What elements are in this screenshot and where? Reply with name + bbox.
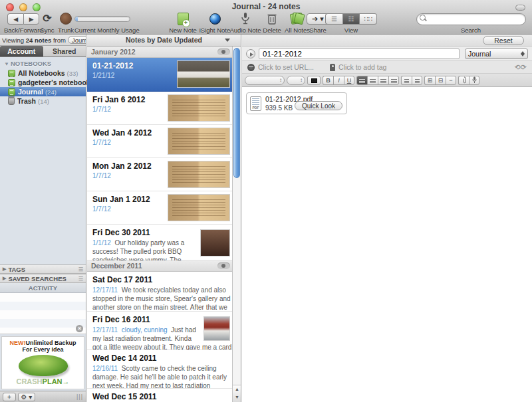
reset-button[interactable]: Reset <box>483 36 524 45</box>
note-thumbnail <box>168 161 230 188</box>
note-row-sun-jan-1[interactable]: Sun Jan 1 2012 1/7/12 <box>87 191 241 225</box>
forward-button[interactable]: ▶ <box>23 13 39 25</box>
back-forward-control: ◀▶ Back/Forward <box>4 12 43 34</box>
sidebar-spacer <box>0 106 86 264</box>
scrollbar-arrows[interactable]: ▲▼ <box>233 385 241 402</box>
note-thumbnail <box>168 94 230 122</box>
view-list-button[interactable]: ☰ <box>325 13 342 25</box>
notes-list-pane: Notes by Date Updated January 2012 01-21… <box>87 35 241 402</box>
usage-meter: Current Monthly Usage <box>74 12 153 34</box>
scrollbar-thumb[interactable] <box>233 48 240 178</box>
note-row-wed-jan-4[interactable]: Wed Jan 4 2012 1/7/12 <box>87 125 241 158</box>
gear-menu-button[interactable]: ⚙ ▾ <box>18 393 35 401</box>
note-disclosure-button[interactable] <box>246 49 255 58</box>
viewing-notebook-dropdown[interactable]: Journal <box>68 36 86 44</box>
viewing-prefix: Viewing <box>2 37 24 44</box>
ad-subline: For Every Idea <box>2 346 84 353</box>
sidebar-item-all-notebooks[interactable]: All Notebooks(33) <box>0 68 86 78</box>
search-input[interactable] <box>416 13 526 25</box>
add-tag-field[interactable]: Click to add tag <box>338 63 386 71</box>
note-thumbnail <box>177 60 230 88</box>
quick-look-button[interactable]: Quick Look <box>295 101 342 110</box>
ad-close-icon[interactable]: ✕ <box>76 325 83 332</box>
note-title-row: Journal <box>242 47 532 61</box>
window-title: Journal - 24 notes <box>0 2 532 11</box>
new-note-icon <box>178 13 189 25</box>
drag-handle-icon[interactable]: ☰ <box>78 266 83 272</box>
new-note-control[interactable]: New Note <box>168 12 198 34</box>
chevron-down-icon <box>225 39 230 42</box>
notes-sort-header[interactable]: Notes by Date Updated <box>87 35 241 47</box>
microphone-icon <box>241 13 249 25</box>
notebooks-section-header[interactable]: ▼NOTEBOOKS <box>0 57 86 68</box>
note-row-sat-dec-17[interactable]: Sat Dec 17 2011 12/17/11 We took recycla… <box>87 272 241 312</box>
group-header-january-2012: January 2012 <box>87 47 241 58</box>
notes-scrollbar[interactable]: ▲▼ <box>232 47 241 402</box>
notebook-select[interactable]: Journal <box>465 49 528 59</box>
note-row-fri-dec-16[interactable]: Fri Dec 16 2011 12/17/11 cloudy, cunning… <box>87 312 241 350</box>
note-row-fri-jan-6[interactable]: Fri Jan 6 2012 1/7/12 <box>87 92 241 125</box>
align-center-button[interactable] <box>367 76 378 85</box>
horizontal-rule-button[interactable]: − <box>446 76 456 85</box>
sidebar-item-journal[interactable]: Journal(24) <box>0 87 86 96</box>
font-size-select[interactable] <box>287 76 305 85</box>
trash-icon <box>8 98 15 105</box>
trunk-icon <box>60 13 72 25</box>
tags-section-header[interactable]: ▶ TAGS ☰ <box>0 264 86 274</box>
add-notebook-button[interactable]: + <box>3 393 16 401</box>
group-header-december-2011: December 2011 <box>87 260 241 272</box>
insert-group: ⊞ ⊟ − <box>424 76 456 85</box>
numbered-list-button[interactable] <box>401 76 412 85</box>
pdf-attachment-card[interactable]: 01-21-2012.pdf 939.5 KB Quick Look <box>246 92 347 114</box>
table-button[interactable]: ⊟ <box>435 76 446 85</box>
note-title-input[interactable] <box>259 49 460 59</box>
saved-searches-section-header[interactable]: ▶ SAVED SEARCHES ☰ <box>0 274 86 283</box>
view-snippet-button[interactable]: ☷ <box>342 13 360 25</box>
sidebar-item-trash[interactable]: Trash(14) <box>0 96 86 106</box>
drag-handle-icon[interactable]: ☰ <box>78 276 83 282</box>
font-family-select[interactable] <box>245 76 285 85</box>
bold-button[interactable]: B <box>323 76 333 85</box>
note-thumbnail <box>168 194 230 221</box>
search-control: Search <box>416 12 526 34</box>
isight-note-control[interactable]: iSight Note <box>198 12 232 34</box>
sidebar-item-gadgeteers-notebook[interactable]: gadgeteer's notebook(9) <box>0 78 86 87</box>
window-chrome: Journal - 24 notes ◀▶ Back/Forward ⟳ Syn… <box>0 0 532 35</box>
sidebar-bottom-bar: + ⚙ ▾ ||| <box>0 391 86 402</box>
brain-image <box>19 355 68 376</box>
toolbar-toggle-button[interactable] <box>515 5 525 11</box>
checkbox-button[interactable]: ⊞ <box>424 76 435 85</box>
view-thumbnail-button[interactable]: ∷∷ <box>360 13 377 25</box>
delete-control[interactable]: Delete <box>261 12 283 34</box>
set-url-field[interactable]: Click to set URL... <box>258 63 314 71</box>
disclosure-triangle-icon: ▼ <box>4 61 9 67</box>
align-left-button[interactable] <box>356 76 367 85</box>
disclosure-triangle-icon: ▶ <box>3 266 6 272</box>
note-row-wed-dec-14[interactable]: Wed Dec 14 2011 12/16/11 Scotty came to … <box>87 350 241 389</box>
attach-file-button[interactable] <box>458 76 469 85</box>
note-row-01-21-2012[interactable]: 01-21-2012 1/21/12 <box>87 58 241 92</box>
bulleted-list-button[interactable] <box>412 76 422 85</box>
text-color-button[interactable] <box>307 76 321 85</box>
align-justify-button[interactable] <box>388 76 399 85</box>
audio-note-control[interactable]: Audio Note <box>228 12 263 34</box>
trunk-control[interactable]: Trunk <box>55 12 76 34</box>
note-row-fri-dec-30[interactable]: Fri Dec 30 2011 1/1/12 Our holiday party… <box>87 225 241 260</box>
underline-button[interactable]: U <box>344 76 354 85</box>
note-content-area[interactable]: 01-21-2012.pdf 939.5 KB Quick Look <box>242 88 532 402</box>
tab-account[interactable]: Account <box>0 46 43 56</box>
note-sync-icon[interactable]: ⟲⟳ <box>515 63 527 72</box>
sync-control[interactable]: ⟳ Sync <box>38 12 57 34</box>
tab-shared[interactable]: Shared <box>43 46 86 56</box>
viewing-suffix: from <box>53 37 66 44</box>
sidebar-resize-handle[interactable]: ||| <box>76 393 83 400</box>
italic-button[interactable]: I <box>333 76 344 85</box>
note-row-mon-jan-2[interactable]: Mon Jan 2 2012 1/7/12 <box>87 158 241 191</box>
note-row-wed-dec-15[interactable]: Wed Dec 15 2011 12/15/11 Had some drama … <box>87 389 241 402</box>
back-button[interactable]: ◀ <box>7 13 23 25</box>
align-right-button[interactable] <box>378 76 388 85</box>
activity-section-header: ACTIVITY <box>0 283 86 293</box>
crashplan-ad[interactable]: NEW!Unlimited Backup For Every Idea CRAS… <box>1 336 84 389</box>
editor-top-strip: Reset <box>242 35 532 47</box>
record-audio-button[interactable] <box>469 76 479 85</box>
